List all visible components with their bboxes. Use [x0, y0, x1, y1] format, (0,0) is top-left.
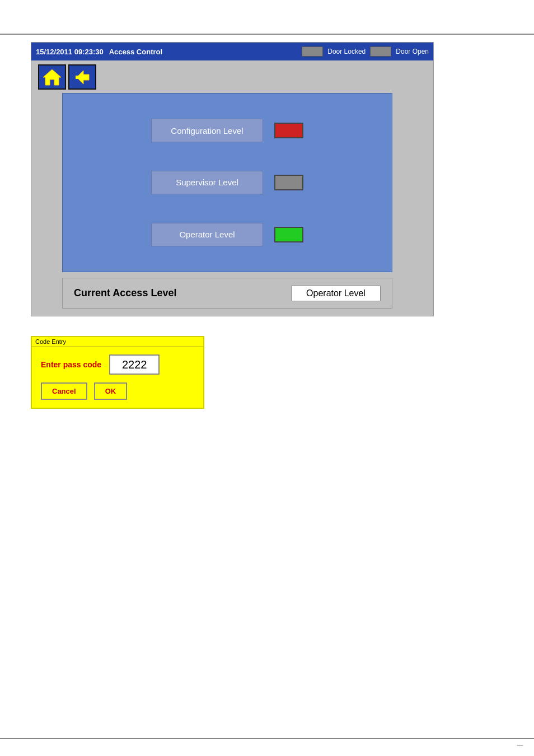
dialog-body: Enter pass code Cancel OK [32, 347, 203, 408]
supervisor-level-status [274, 175, 303, 190]
door-open-indicator [370, 46, 391, 57]
door-locked-indicator [302, 46, 323, 57]
operator-level-button[interactable]: Operator Level [151, 223, 263, 246]
back-icon [72, 67, 92, 87]
dialog-title: Code Entry [32, 337, 203, 347]
top-rule [0, 34, 534, 35]
supervisor-level-button[interactable]: Supervisor Level [151, 171, 263, 194]
back-button[interactable] [68, 64, 96, 90]
nav-icons [36, 62, 99, 92]
status-indicators: Door Locked Door Open [302, 46, 429, 57]
door-open-label: Door Open [396, 48, 429, 55]
svg-rect-2 [76, 76, 78, 79]
bottom-rule [0, 738, 534, 739]
svg-marker-0 [43, 69, 61, 85]
current-level-value: Operator Level [291, 286, 381, 301]
passcode-input[interactable] [109, 354, 160, 375]
current-access-level-bar: Current Access Level Operator Level [62, 278, 392, 309]
operator-level-row: Operator Level [79, 223, 375, 246]
home-button[interactable] [38, 64, 66, 90]
code-entry-dialog: Code Entry Enter pass code Cancel OK [31, 336, 204, 409]
svg-marker-1 [77, 71, 89, 84]
main-panel: 15/12/2011 09:23:30 Access Control Door … [31, 42, 434, 316]
supervisor-level-row: Supervisor Level [79, 171, 375, 194]
configuration-level-status [274, 123, 303, 138]
home-icon [42, 67, 62, 87]
configuration-level-button[interactable]: Configuration Level [151, 119, 263, 142]
current-level-label: Current Access Level [74, 287, 176, 299]
passcode-row: Enter pass code [41, 354, 194, 375]
operator-level-status [274, 227, 303, 242]
passcode-label: Enter pass code [41, 360, 101, 369]
ok-button[interactable]: OK [94, 382, 128, 400]
top-bar: 15/12/2011 09:23:30 Access Control Door … [31, 43, 433, 60]
cancel-button[interactable]: Cancel [41, 382, 87, 400]
page-title: Access Control [109, 48, 162, 56]
door-locked-label: Door Locked [327, 48, 366, 55]
datetime-label: 15/12/2011 09:23:30 [36, 48, 104, 56]
dialog-buttons: Cancel OK [41, 382, 194, 400]
configuration-level-row: Configuration Level [79, 119, 375, 142]
bottom-dash: _ [517, 734, 523, 746]
content-area: Configuration Level Supervisor Level Ope… [62, 93, 392, 272]
